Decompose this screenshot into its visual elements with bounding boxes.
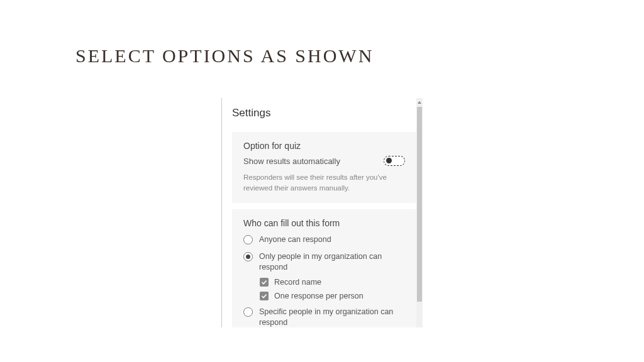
radio-label: Specific people in my organization can r… <box>259 307 405 327</box>
settings-panel-content: Settings Option for quiz Show results au… <box>222 98 416 327</box>
checkbox-icon <box>260 292 269 300</box>
quiz-section-title: Option for quiz <box>243 141 405 151</box>
fill-section: Who can fill out this form Anyone can re… <box>232 209 416 327</box>
radio-label: Anyone can respond <box>259 234 331 245</box>
settings-heading: Settings <box>232 107 416 119</box>
settings-panel: Settings Option for quiz Show results au… <box>221 98 423 327</box>
scroll-thumb[interactable] <box>417 107 422 302</box>
quiz-section: Option for quiz Show results automatical… <box>232 132 416 203</box>
check-one-response[interactable]: One response per person <box>260 292 405 300</box>
check-label: Record name <box>274 278 321 287</box>
show-results-toggle[interactable] <box>384 156 405 166</box>
radio-icon <box>243 307 253 317</box>
show-results-label: Show results automatically <box>243 156 340 166</box>
check-label: One response per person <box>274 292 364 300</box>
check-record-name[interactable]: Record name <box>260 278 405 287</box>
fill-section-title: Who can fill out this form <box>243 218 405 228</box>
scroll-up-icon[interactable] <box>416 99 423 106</box>
checkbox-icon <box>260 278 269 287</box>
quiz-helper-text: Responders will see their results after … <box>243 172 405 193</box>
toggle-knob-icon <box>386 158 392 163</box>
slide-title: SELECT OPTIONS AS SHOWN <box>75 45 374 67</box>
scrollbar[interactable] <box>416 98 423 327</box>
radio-label: Only people in my organization can respo… <box>259 251 405 273</box>
show-results-row: Show results automatically <box>243 156 405 166</box>
radio-icon <box>243 235 253 244</box>
org-sub-options: Record name One response per person <box>260 278 405 300</box>
radio-anyone[interactable]: Anyone can respond <box>243 234 405 245</box>
radio-icon <box>243 252 253 261</box>
radio-org-only[interactable]: Only people in my organization can respo… <box>243 251 405 273</box>
radio-specific-people[interactable]: Specific people in my organization can r… <box>243 307 405 327</box>
